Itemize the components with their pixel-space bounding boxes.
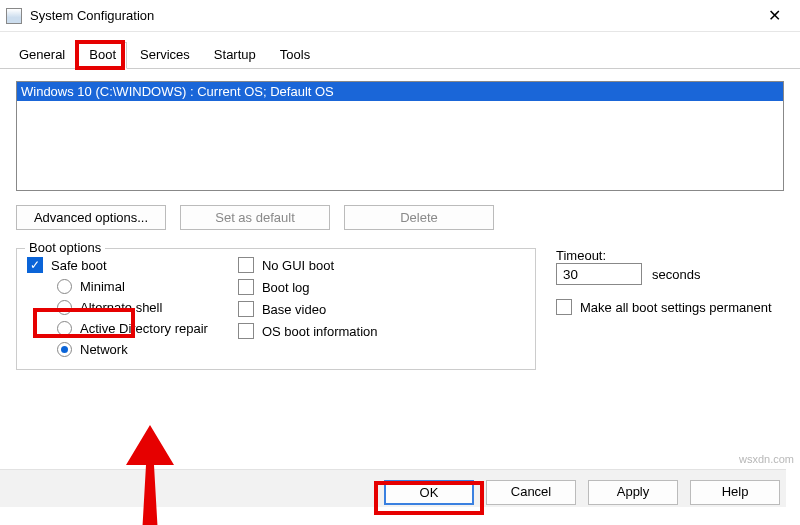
base-video-label: Base video	[262, 302, 326, 317]
permanent-checkbox[interactable]: Make all boot settings permanent	[556, 299, 784, 315]
ok-button[interactable]: OK	[384, 480, 474, 505]
checkbox-icon	[556, 299, 572, 315]
minimal-label: Minimal	[80, 279, 125, 294]
os-button-row: Advanced options... Set as default Delet…	[16, 205, 784, 230]
content-area: Windows 10 (C:\WINDOWS) : Current OS; De…	[0, 69, 800, 376]
titlebar: System Configuration ✕	[0, 0, 800, 32]
window-title: System Configuration	[30, 8, 754, 23]
checkbox-checked-icon: ✓	[27, 257, 43, 273]
ad-repair-label: Active Directory repair	[80, 321, 208, 336]
os-info-checkbox[interactable]: OS boot information	[238, 323, 378, 339]
cancel-button[interactable]: Cancel	[486, 480, 576, 505]
no-gui-label: No GUI boot	[262, 258, 334, 273]
set-default-button[interactable]: Set as default	[180, 205, 330, 230]
dialog-footer: OK Cancel Apply Help	[0, 469, 786, 507]
radio-icon	[57, 279, 72, 294]
tab-services[interactable]: Services	[129, 42, 201, 68]
advanced-options-button[interactable]: Advanced options...	[16, 205, 166, 230]
delete-button[interactable]: Delete	[344, 205, 494, 230]
radio-icon	[57, 321, 72, 336]
checkbox-icon	[238, 323, 254, 339]
safe-boot-checkbox[interactable]: ✓ Safe boot	[27, 257, 208, 273]
help-button[interactable]: Help	[690, 480, 780, 505]
boot-log-label: Boot log	[262, 280, 310, 295]
timeout-input[interactable]	[556, 263, 642, 285]
checkbox-icon	[238, 257, 254, 273]
os-info-label: OS boot information	[262, 324, 378, 339]
network-label: Network	[80, 342, 128, 357]
safe-boot-label: Safe boot	[51, 258, 107, 273]
apply-button[interactable]: Apply	[588, 480, 678, 505]
radio-icon	[57, 300, 72, 315]
alt-shell-radio[interactable]: Alternate shell	[57, 300, 208, 315]
tab-startup[interactable]: Startup	[203, 42, 267, 68]
timeout-unit: seconds	[652, 267, 700, 282]
close-button[interactable]: ✕	[754, 2, 794, 30]
timeout-group: Timeout: seconds	[556, 248, 784, 285]
tab-general[interactable]: General	[8, 42, 76, 68]
checkbox-icon	[238, 301, 254, 317]
no-gui-checkbox[interactable]: No GUI boot	[238, 257, 378, 273]
watermark: wsxdn.com	[739, 453, 794, 465]
checkbox-icon	[238, 279, 254, 295]
base-video-checkbox[interactable]: Base video	[238, 301, 378, 317]
tabstrip: General Boot Services Startup Tools	[0, 32, 800, 69]
os-listbox[interactable]: Windows 10 (C:\WINDOWS) : Current OS; De…	[16, 81, 784, 191]
permanent-label: Make all boot settings permanent	[580, 300, 772, 315]
side-column: Timeout: seconds Make all boot settings …	[556, 248, 784, 370]
radio-selected-icon	[57, 342, 72, 357]
tab-tools[interactable]: Tools	[269, 42, 321, 68]
ad-repair-radio[interactable]: Active Directory repair	[57, 321, 208, 336]
options-row: Boot options ✓ Safe boot Minimal Alterna…	[16, 248, 784, 370]
close-icon: ✕	[768, 6, 781, 25]
app-icon	[6, 8, 22, 24]
timeout-label: Timeout:	[556, 248, 784, 263]
network-radio[interactable]: Network	[57, 342, 208, 357]
boot-options-legend: Boot options	[25, 240, 105, 255]
boot-options-group: Boot options ✓ Safe boot Minimal Alterna…	[16, 248, 536, 370]
boot-log-checkbox[interactable]: Boot log	[238, 279, 378, 295]
tab-boot[interactable]: Boot	[78, 42, 127, 69]
minimal-radio[interactable]: Minimal	[57, 279, 208, 294]
alt-shell-label: Alternate shell	[80, 300, 162, 315]
os-list-item[interactable]: Windows 10 (C:\WINDOWS) : Current OS; De…	[17, 82, 783, 101]
